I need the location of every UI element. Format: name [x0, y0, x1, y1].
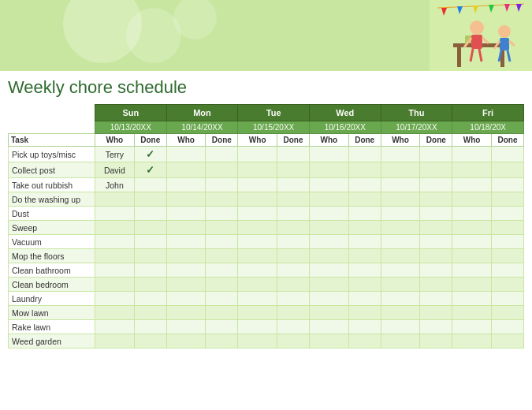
header-banner: [0, 0, 532, 71]
date-sun: 10/13/20XX: [95, 121, 167, 134]
table-row: Vacuum: [9, 235, 524, 249]
svg-point-19: [470, 20, 484, 35]
done-header-fri: Done: [492, 134, 524, 147]
page-content: Weekly chore schedule Sun Mon Tue Wed Th…: [0, 71, 532, 356]
table-row: Sweep: [9, 221, 524, 235]
done-header-tue: Done: [277, 134, 310, 147]
table-row: Dust: [9, 207, 524, 221]
svg-rect-20: [471, 35, 482, 49]
svg-rect-9: [457, 47, 461, 67]
day-header-sun: Sun: [95, 105, 167, 121]
who-header-tue: Who: [238, 134, 277, 147]
table-row: Weed garden: [9, 334, 524, 348]
date-wed: 10/16/20XX: [309, 121, 381, 134]
task-header-spacer: [9, 105, 95, 121]
table-row: Take out rubbishJohn: [9, 178, 524, 192]
who-header-fri: Who: [452, 134, 492, 147]
day-header-tue: Tue: [238, 105, 310, 121]
done-header-sun: Done: [134, 134, 166, 147]
day-header-thu: Thu: [381, 105, 452, 121]
schedule-table: Sun Mon Tue Wed Thu Fri 10/13/20XX 10/14…: [8, 104, 524, 348]
day-header-row: Sun Mon Tue Wed Thu Fri: [9, 105, 524, 121]
table-row: Mow lawn: [9, 306, 524, 320]
header-illustration: [430, 0, 532, 71]
done-header-mon: Done: [206, 134, 238, 147]
who-header-sun: Who: [95, 134, 135, 147]
table-row: Clean bathroom: [9, 263, 524, 278]
table-row: Pick up toys/miscTerry✓: [9, 147, 524, 162]
table-row: Do the washing up: [9, 192, 524, 207]
date-fri: 10/18/20X: [452, 121, 524, 134]
table-row: Mop the floors: [9, 249, 524, 263]
day-header-wed: Wed: [309, 105, 381, 121]
who-header-mon: Who: [166, 134, 206, 147]
date-thu: 10/17/20XX: [381, 121, 452, 134]
date-row: 10/13/20XX 10/14/20XX 10/15/20XX 10/16/2…: [9, 121, 524, 134]
who-done-row: Task Who Done Who Done Who Done Who Done…: [9, 134, 524, 147]
done-header-wed: Done: [348, 134, 381, 147]
date-tue: 10/15/20XX: [238, 121, 310, 134]
date-mon: 10/14/20XX: [166, 121, 238, 134]
who-header-wed: Who: [309, 134, 348, 147]
svg-point-13: [498, 25, 511, 38]
table-row: Collect postDavid✓: [9, 162, 524, 178]
date-spacer: [9, 121, 95, 134]
done-header-thu: Done: [420, 134, 452, 147]
task-col-header: Task: [9, 134, 95, 147]
svg-rect-14: [500, 38, 509, 50]
page-title: Weekly chore schedule: [8, 77, 524, 98]
day-header-mon: Mon: [166, 105, 238, 121]
table-row: Laundry: [9, 292, 524, 306]
who-header-thu: Who: [381, 134, 420, 147]
table-row: Rake lawn: [9, 320, 524, 334]
day-header-fri: Fri: [452, 105, 524, 121]
table-row: Clean bedroom: [9, 278, 524, 292]
